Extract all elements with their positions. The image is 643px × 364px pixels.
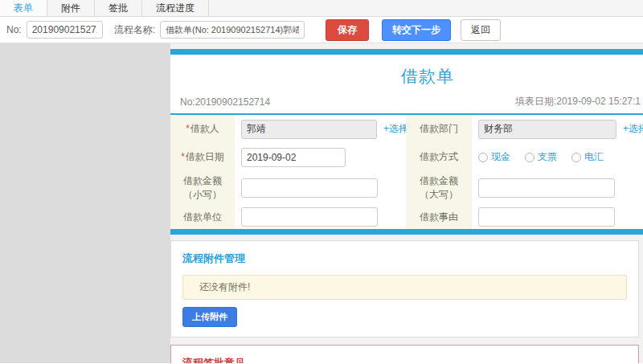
no-attachments-alert: 还没有附件! xyxy=(182,275,627,300)
loan-reason-input[interactable] xyxy=(478,207,615,227)
amount-uppercase-field xyxy=(472,171,643,205)
left-gray-panel xyxy=(0,43,170,363)
department-field: +选择部门 xyxy=(472,115,643,143)
required-marker: * xyxy=(186,123,190,134)
loan-unit-input[interactable] xyxy=(241,207,378,227)
flow-name-input[interactable] xyxy=(160,21,305,39)
amount-uppercase-label: 借款金额（大写） xyxy=(406,171,472,205)
loan-reason-field xyxy=(472,205,643,229)
amount-lowercase-input[interactable] xyxy=(241,178,378,198)
upload-attachment-button[interactable]: 上传附件 xyxy=(182,307,237,327)
loan-reason-label: 借款事由 xyxy=(406,205,472,229)
main-content: 借款单 No:20190902152714 填表日期:2019-09-02 15… xyxy=(170,49,643,363)
radio-cash[interactable]: 现金 xyxy=(478,150,510,164)
form-no-text: No:20190902152714 xyxy=(180,96,270,108)
loan-method-field: 现金 支票 电汇 xyxy=(472,143,643,171)
form-title: 借款单 xyxy=(170,55,643,95)
approval-heading: 流程签批意见 xyxy=(182,356,627,363)
radio-wire-transfer[interactable]: 电汇 xyxy=(571,150,604,164)
toolbar: No: 流程名称: 保存 转交下一步 返回 xyxy=(0,17,643,43)
borrower-label: *借款人 xyxy=(170,115,235,143)
no-label: No: xyxy=(6,24,22,35)
form-table: *借款人 +选择人员 借款部门 +选择部门 *借款日期 xyxy=(170,115,643,229)
amount-uppercase-input[interactable] xyxy=(478,178,615,198)
page-body: 借款单 No:20190902152714 填表日期:2019-09-02 15… xyxy=(0,43,643,363)
tab-attachments[interactable]: 附件 xyxy=(47,0,95,16)
department-label: 借款部门 xyxy=(406,115,472,143)
flow-name-label: 流程名称: xyxy=(114,23,155,37)
form-top-bar xyxy=(170,49,643,55)
loan-unit-field xyxy=(235,205,406,229)
loan-date-field xyxy=(235,143,406,171)
radio-wire-transfer-circle[interactable] xyxy=(571,153,581,162)
loan-form-card: 借款单 No:20190902152714 填表日期:2019-09-02 15… xyxy=(170,49,643,235)
required-marker: * xyxy=(181,151,185,162)
approval-card: 流程签批意见 B I abc A ∞ ∞ ⚑ ≣ ≡ ⇤ ⇥ xyxy=(170,345,639,363)
borrower-input[interactable] xyxy=(241,120,377,139)
attachments-card: 流程附件管理 还没有附件! 上传附件 xyxy=(170,240,639,337)
loan-method-label: 借款方式 xyxy=(406,143,472,171)
forward-next-step-button[interactable]: 转交下一步 xyxy=(382,19,451,41)
radio-cash-circle[interactable] xyxy=(478,153,488,162)
form-meta-row: No:20190902152714 填表日期:2019-09-02 15:27:… xyxy=(170,95,643,113)
department-input[interactable] xyxy=(478,120,616,139)
form-bottom-bar xyxy=(170,229,643,235)
no-input[interactable] xyxy=(27,21,103,39)
save-button[interactable]: 保存 xyxy=(326,19,369,41)
loan-date-label: *借款日期 xyxy=(170,143,235,171)
tab-bar: 表单 附件 签批 流程进度 xyxy=(0,0,643,17)
tab-flow-progress[interactable]: 流程进度 xyxy=(142,0,209,16)
radio-cheque[interactable]: 支票 xyxy=(525,150,557,164)
tab-approval[interactable]: 签批 xyxy=(95,0,142,16)
choose-department-link[interactable]: +选择部门 xyxy=(623,122,643,136)
amount-lowercase-field xyxy=(235,171,406,205)
loan-unit-label: 借款单位 xyxy=(170,205,235,229)
loan-date-input[interactable] xyxy=(241,148,346,167)
back-button[interactable]: 返回 xyxy=(461,19,501,41)
radio-cheque-circle[interactable] xyxy=(525,153,534,162)
form-date-text: 填表日期:2019-09-02 15:27:1 xyxy=(515,95,641,108)
borrower-field: +选择人员 xyxy=(235,115,406,143)
amount-lowercase-label: 借款金额（小写） xyxy=(170,171,235,205)
tab-form[interactable]: 表单 xyxy=(0,0,47,16)
attachments-heading: 流程附件管理 xyxy=(182,252,627,266)
